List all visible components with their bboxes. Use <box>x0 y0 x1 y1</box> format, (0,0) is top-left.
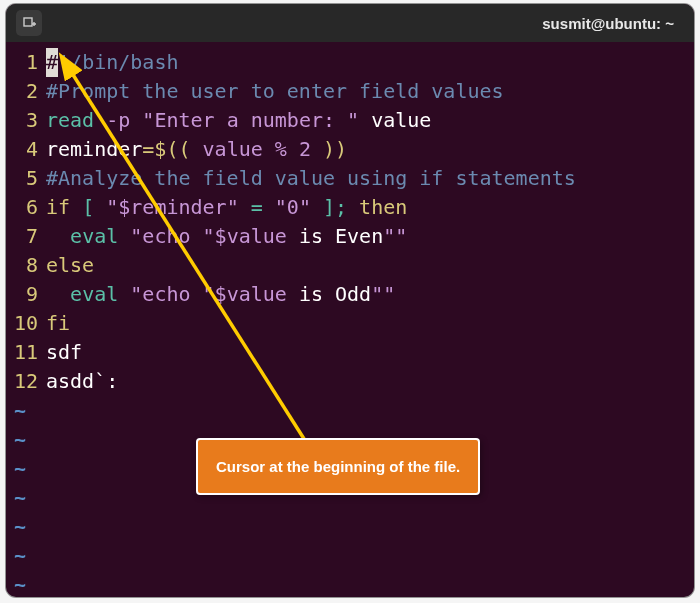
code-text: else <box>46 251 94 280</box>
annotation-callout: Cursor at the beginning of the file. <box>196 438 480 495</box>
empty-line: ~ <box>10 512 690 541</box>
line-number: 8 <box>10 251 46 280</box>
tilde-marker: ~ <box>10 483 26 512</box>
tilde-marker: ~ <box>10 570 26 597</box>
code-text: sdf <box>46 338 82 367</box>
tilde-marker: ~ <box>10 541 26 570</box>
code-text: reminder=$(( value % 2 )) <box>46 135 347 164</box>
empty-line: ~ <box>10 396 690 425</box>
tilde-marker: ~ <box>10 454 26 483</box>
code-line: 8else <box>10 251 690 280</box>
empty-line: ~ <box>10 541 690 570</box>
annotation-text: Cursor at the beginning of the file. <box>216 458 460 475</box>
line-number: 6 <box>10 193 46 222</box>
cursor: # <box>46 48 58 77</box>
line-number: 11 <box>10 338 46 367</box>
code-text: #Prompt the user to enter field values <box>46 77 504 106</box>
code-line: 10fi <box>10 309 690 338</box>
code-line: 4reminder=$(( value % 2 )) <box>10 135 690 164</box>
editor-viewport[interactable]: 1#!/bin/bash 2#Prompt the user to enter … <box>6 42 694 597</box>
code-line: 7 eval "echo "$value is Even"" <box>10 222 690 251</box>
code-text: read -p "Enter a number: " value <box>46 106 431 135</box>
tilde-marker: ~ <box>10 425 26 454</box>
line-number: 4 <box>10 135 46 164</box>
new-tab-button[interactable] <box>16 10 42 36</box>
line-number: 1 <box>10 48 46 77</box>
code-line: 1#!/bin/bash <box>10 48 690 77</box>
code-text: fi <box>46 309 70 338</box>
terminal-window: susmit@ubuntu: ~ 1#!/bin/bash 2#Prompt t… <box>6 4 694 597</box>
code-line: 3read -p "Enter a number: " value <box>10 106 690 135</box>
code-line: 12asdd`: <box>10 367 690 396</box>
titlebar: susmit@ubuntu: ~ <box>6 4 694 42</box>
window-title: susmit@ubuntu: ~ <box>50 15 684 32</box>
line-number: 2 <box>10 77 46 106</box>
code-line: 11sdf <box>10 338 690 367</box>
code-text: eval "echo "$value is Even"" <box>46 222 407 251</box>
new-tab-icon <box>22 16 36 30</box>
tilde-marker: ~ <box>10 396 26 425</box>
svg-rect-0 <box>24 18 32 26</box>
code-line: 2#Prompt the user to enter field values <box>10 77 690 106</box>
line-number: 12 <box>10 367 46 396</box>
code-text: #!/bin/bash <box>46 48 178 77</box>
line-number: 10 <box>10 309 46 338</box>
code-text: asdd`: <box>46 367 118 396</box>
code-line: 6if [ "$reminder" = "0" ]; then <box>10 193 690 222</box>
line-number: 3 <box>10 106 46 135</box>
code-text: eval "echo "$value is Odd"" <box>46 280 395 309</box>
line-number: 5 <box>10 164 46 193</box>
empty-line: ~ <box>10 570 690 597</box>
tilde-marker: ~ <box>10 512 26 541</box>
code-text: #Analyze the field value using if statem… <box>46 164 576 193</box>
line-number: 7 <box>10 222 46 251</box>
code-line: 9 eval "echo "$value is Odd"" <box>10 280 690 309</box>
code-text: if [ "$reminder" = "0" ]; then <box>46 193 407 222</box>
code-line: 5#Analyze the field value using if state… <box>10 164 690 193</box>
line-number: 9 <box>10 280 46 309</box>
